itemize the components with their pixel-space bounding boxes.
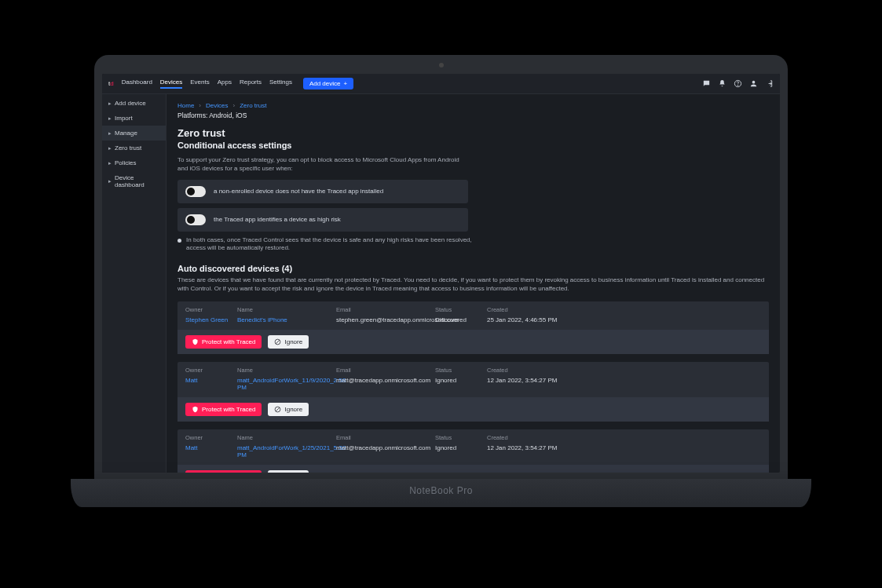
ignore-button[interactable]: Ignore — [268, 403, 309, 416]
sidebar-item-label: Import — [115, 115, 133, 122]
device-created: 25 Jan 2022, 4:46:55 PM — [487, 316, 597, 323]
ignore-label: Ignore — [284, 406, 302, 413]
logo-d: d — [110, 80, 113, 87]
laptop-base: NoteBook Pro — [71, 479, 811, 507]
bell-icon[interactable] — [717, 79, 726, 89]
toggle-switch[interactable] — [185, 186, 206, 197]
col-name: Name — [237, 367, 331, 374]
device-email: matt@tracedapp.onmicrosoft.com — [336, 444, 430, 458]
toggle-switch[interactable] — [185, 214, 206, 225]
col-created: Created — [487, 367, 597, 374]
sidebar-item-label: Manage — [115, 130, 137, 137]
breadcrumb-sep: › — [232, 102, 235, 109]
caret-icon: ▸ — [108, 160, 112, 166]
cancel-icon — [274, 406, 281, 413]
ignore-button[interactable]: Ignore — [268, 470, 309, 473]
caret-icon: ▸ — [108, 145, 112, 152]
shield-icon — [192, 338, 199, 345]
plus-icon: + — [344, 80, 348, 87]
col-email: Email — [336, 367, 430, 374]
device-card: Owner Name Email Status Created Matt mat… — [177, 362, 769, 422]
sidebar-item-add-device[interactable]: ▸Add device — [102, 96, 166, 111]
toggle-non-enrolled[interactable]: a non-enrolled device does not have the … — [177, 180, 468, 203]
shield-icon — [192, 406, 199, 413]
device-name[interactable]: matt_AndroidForWork_11/9/2020_2:58 PM — [237, 377, 331, 391]
info-note: In both cases, once Traced Control sees … — [177, 236, 476, 254]
breadcrumb-devices[interactable]: Devices — [206, 102, 228, 109]
caret-icon: ▸ — [108, 115, 112, 122]
sidebar-item-label: Add device — [115, 100, 146, 107]
col-owner: Owner — [185, 367, 232, 374]
col-status: Status — [435, 306, 482, 313]
nav-dashboard[interactable]: Dashboard — [122, 79, 152, 89]
sidebar-item-label: Policies — [115, 159, 137, 166]
device-name[interactable]: Benedict's iPhone — [237, 316, 331, 323]
device-name[interactable]: matt_AndroidForWork_1/25/2021_5:30 PM — [237, 444, 331, 458]
nav-devices[interactable]: Devices — [160, 79, 182, 89]
breadcrumb: Home › Devices › Zero trust — [177, 102, 769, 109]
device-created: 12 Jan 2022, 3:54:27 PM — [487, 377, 597, 391]
device-owner[interactable]: Matt — [185, 377, 232, 391]
nav-reports[interactable]: Reports — [240, 79, 262, 89]
device-status: Ignored — [435, 444, 482, 458]
info-note-text: In both cases, once Traced Control sees … — [186, 236, 476, 254]
device-email: matt@tracedapp.onmicrosoft.com — [336, 377, 430, 391]
page-subtitle: Conditional access settings — [177, 141, 769, 150]
devices-section-title: Auto discovered devices (4) — [177, 264, 769, 273]
protect-button[interactable]: Protect with Traced — [185, 403, 262, 416]
col-owner: Owner — [185, 434, 232, 441]
nav-links: Dashboard Devices Events Apps Reports Se… — [122, 79, 292, 89]
sidebar-item-policies[interactable]: ▸Policies — [102, 155, 166, 170]
sidebar-item-label: Device dashboard — [115, 174, 159, 188]
nav-events[interactable]: Events — [190, 79, 209, 89]
sidebar-item-manage[interactable]: ▸Manage — [102, 126, 166, 141]
sidebar-item-label: Zero trust — [115, 144, 141, 152]
cancel-icon — [274, 338, 281, 345]
logout-icon[interactable] — [764, 79, 774, 89]
protect-label: Protect with Traced — [202, 338, 255, 345]
col-email: Email — [336, 306, 430, 313]
col-owner: Owner — [185, 306, 232, 313]
svg-point-2 — [752, 81, 755, 84]
caret-icon: ▸ — [108, 178, 112, 184]
help-icon[interactable] — [733, 79, 742, 89]
ignore-button[interactable]: Ignore — [268, 335, 309, 349]
sidebar-item-zero-trust[interactable]: ▸Zero trust — [102, 141, 166, 155]
breadcrumb-home[interactable]: Home — [177, 102, 194, 109]
col-email: Email — [336, 434, 430, 441]
logo: td — [108, 80, 114, 87]
sidebar-item-import[interactable]: ▸Import — [102, 111, 166, 126]
sidebar-item-device-dashboard[interactable]: ▸Device dashboard — [102, 170, 166, 192]
nav-apps[interactable]: Apps — [218, 79, 232, 89]
col-created: Created — [487, 434, 597, 441]
add-device-label: Add device — [309, 80, 341, 87]
bullet-icon — [177, 239, 181, 243]
protect-button[interactable]: Protect with Traced — [185, 470, 262, 473]
toggle-label: a non-enrolled device does not have the … — [214, 188, 383, 195]
topnav-icons — [701, 79, 774, 89]
device-owner[interactable]: Stephen Green — [185, 316, 232, 323]
col-created: Created — [487, 306, 597, 313]
top-nav: td Dashboard Devices Events Apps Reports… — [102, 74, 780, 94]
svg-line-6 — [276, 407, 280, 411]
protect-button[interactable]: Protect with Traced — [185, 335, 262, 349]
toggle-high-risk[interactable]: the Traced app identifies a device as hi… — [177, 208, 468, 232]
page-title: Zero trust — [177, 127, 769, 139]
breadcrumb-sep: › — [199, 102, 201, 109]
camera-dot — [439, 63, 444, 68]
device-owner[interactable]: Matt — [185, 444, 232, 458]
col-name: Name — [237, 434, 331, 441]
device-status: Discovered — [435, 316, 482, 323]
breadcrumb-zero-trust[interactable]: Zero trust — [240, 102, 266, 109]
account-icon[interactable] — [748, 79, 758, 89]
protect-label: Protect with Traced — [202, 406, 255, 413]
nav-settings[interactable]: Settings — [269, 79, 292, 89]
platforms-label: Platforms: Android, iOS — [177, 111, 769, 119]
device-card: Owner Name Email Status Created Stephen … — [177, 301, 769, 354]
chat-icon[interactable] — [701, 79, 711, 89]
device-created: 12 Jan 2022, 3:54:27 PM — [487, 444, 597, 458]
col-status: Status — [435, 434, 482, 441]
devices-section-help: These are devices that we have found tha… — [177, 276, 769, 294]
caret-icon: ▸ — [108, 100, 112, 107]
add-device-button[interactable]: Add device + — [303, 78, 353, 89]
